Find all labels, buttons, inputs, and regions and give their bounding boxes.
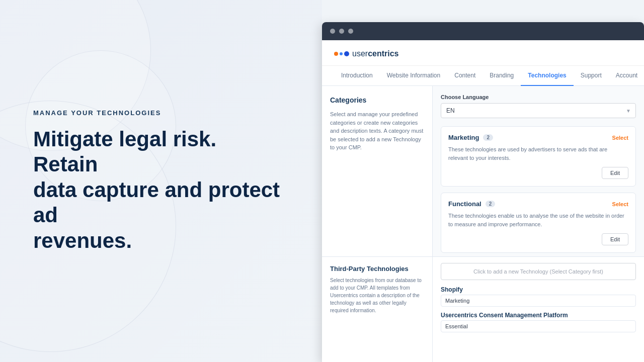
category-count-marketing: 2	[483, 134, 493, 141]
category-name-marketing: Marketing	[448, 134, 479, 141]
heading-line1: Mitigate legal risk. Retain	[33, 127, 216, 176]
manage-label: MANAGE YOUR TECHNOLOGIES	[33, 109, 285, 117]
logo-text-bold: centrics	[368, 49, 398, 58]
logo-dots	[334, 51, 349, 56]
tab-account[interactable]: Account	[609, 66, 644, 86]
browser-dot-2	[339, 29, 344, 34]
technologies-panel: Click to add a new Technology (Select Ca…	[433, 257, 644, 362]
nav-tabs: Introduction Website Information Content…	[322, 66, 644, 86]
left-content: MANAGE YOUR TECHNOLOGIES Mitigate legal …	[33, 109, 285, 253]
logo-dot-blue-small	[340, 52, 343, 55]
category-desc-marketing: These technologies are used by advertise…	[448, 145, 628, 162]
technology-name-shopify: Shopify	[441, 286, 636, 293]
bottom-section: Third-Party Technologies Select technolo…	[322, 256, 644, 362]
marketing-edit-button[interactable]: Edit	[602, 167, 628, 179]
heading-line3: revenues.	[33, 228, 132, 252]
language-select-wrapper: EN ▼	[441, 103, 636, 118]
categories-description: Select and manage your predefined catego…	[330, 110, 424, 152]
browser-content: usercentrics Introduction Website Inform…	[322, 40, 644, 362]
tab-introduction[interactable]: Introduction	[334, 66, 380, 86]
category-header-marketing: Marketing 2 Select	[448, 134, 628, 141]
category-name-badge-marketing: Marketing 2	[448, 134, 493, 141]
tab-content[interactable]: Content	[447, 66, 482, 86]
logo-dot-orange	[334, 52, 338, 56]
third-party-title: Third-Party Technologies	[330, 265, 424, 273]
logo-dot-blue-large	[344, 51, 349, 56]
logo-text-regular: user	[352, 49, 368, 58]
technology-name-usercentrics: Usercentrics Consent Management Platform	[441, 312, 636, 319]
browser-titlebar	[322, 22, 644, 40]
functional-edit-button[interactable]: Edit	[602, 233, 628, 245]
tab-branding[interactable]: Branding	[482, 66, 521, 86]
browser-window: usercentrics Introduction Website Inform…	[322, 22, 644, 362]
language-select[interactable]: EN	[441, 103, 636, 118]
categories-title: Categories	[330, 96, 424, 104]
third-party-description: Select technologies from our database to…	[330, 277, 424, 314]
functional-select-button[interactable]: Select	[612, 201, 628, 207]
logo-text: usercentrics	[352, 49, 399, 58]
heading-line2: data capture and protect ad	[33, 177, 280, 226]
tab-website-information[interactable]: Website Information	[380, 66, 448, 86]
tab-technologies[interactable]: Technologies	[521, 66, 573, 86]
category-card-functional: Functional 2 Select These technologies e…	[441, 193, 636, 253]
category-header-functional: Functional 2 Select	[448, 200, 628, 208]
category-name-functional: Functional	[448, 200, 481, 208]
tab-support[interactable]: Support	[574, 66, 609, 86]
shopify-category-field[interactable]	[441, 295, 636, 307]
category-card-marketing: Marketing 2 Select These technologies ar…	[441, 126, 636, 187]
usercentrics-category-field[interactable]	[441, 320, 636, 332]
browser-dot-1	[330, 29, 335, 34]
browser-dot-3	[348, 29, 353, 34]
technology-item-shopify: Shopify	[441, 286, 636, 307]
technology-item-usercentrics: Usercentrics Consent Management Platform	[441, 312, 636, 332]
category-count-functional: 2	[486, 201, 496, 207]
marketing-select-button[interactable]: Select	[612, 135, 628, 141]
add-technology-button[interactable]: Click to add a new Technology (Select Ca…	[441, 263, 636, 280]
third-party-panel: Third-Party Technologies Select technolo…	[322, 257, 433, 362]
category-name-badge-functional: Functional 2	[448, 200, 495, 208]
main-heading: Mitigate legal risk. Retain data capture…	[33, 127, 285, 253]
left-section: MANAGE YOUR TECHNOLOGIES Mitigate legal …	[0, 0, 322, 362]
logo-bar: usercentrics	[322, 40, 644, 66]
choose-language-label: Choose Language	[441, 94, 636, 100]
logo-icon: usercentrics	[334, 49, 399, 58]
category-desc-functional: These technologies enable us to analyse …	[448, 212, 628, 228]
